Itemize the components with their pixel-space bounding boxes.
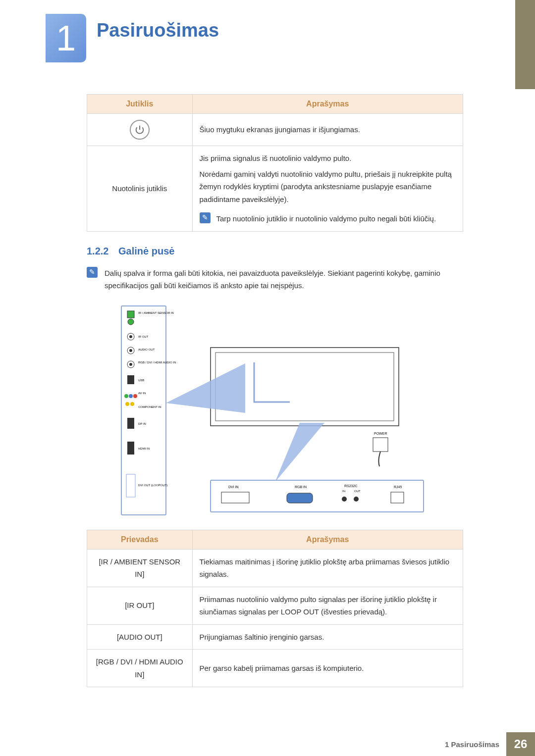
svg-rect-36	[221, 492, 249, 503]
ports-table: Prievadas Aprašymas [IR / AMBIENT SENSOR…	[87, 530, 463, 688]
svg-point-15	[124, 394, 128, 398]
svg-marker-31	[275, 423, 324, 482]
port-name: [RGB / DVI / HDMI AUDIO IN]	[87, 650, 193, 687]
svg-text:DVI IN: DVI IN	[228, 485, 239, 489]
table-row: [IR OUT] Priimamas nuotolinio valdymo pu…	[87, 587, 463, 624]
section-title: Galinė pusė	[118, 246, 174, 256]
svg-rect-44	[391, 492, 404, 503]
table1-header-left: Jutiklis	[87, 95, 193, 114]
svg-text:RGB / DVI / HDMI AUDIO IN: RGB / DVI / HDMI AUDIO IN	[138, 361, 176, 364]
svg-point-20	[130, 402, 134, 406]
table-row: [RGB / DVI / HDMI AUDIO IN] Per garso ka…	[87, 650, 463, 687]
svg-point-42	[354, 497, 359, 502]
port-desc: Tiekiamas maitinimas į išorinę jutiklio …	[192, 549, 463, 587]
svg-rect-1	[127, 311, 134, 318]
note-icon: ✎	[200, 212, 211, 223]
svg-text:AV IN: AV IN	[138, 392, 146, 395]
table2-header-left: Prievadas	[87, 530, 193, 549]
svg-rect-33	[373, 438, 388, 452]
svg-rect-22	[127, 418, 134, 429]
power-icon	[130, 120, 150, 140]
table-row: Šiuo mygtuku ekranas įjungiamas ir išjun…	[87, 114, 463, 146]
svg-text:HDMI IN: HDMI IN	[138, 447, 150, 450]
table-row: [IR / AMBIENT SENSOR IN] Tiekiamas maiti…	[87, 549, 463, 587]
footer-page-number: 26	[506, 732, 535, 756]
svg-text:IR / AMBIENT SENSOR IN: IR / AMBIENT SENSOR IN	[138, 311, 174, 314]
power-desc: Šiuo mygtuku ekranas įjungiamas ir išjun…	[192, 114, 463, 146]
svg-text:IR OUT: IR OUT	[138, 335, 149, 338]
svg-text:RS232C: RS232C	[344, 484, 357, 488]
port-desc: Priimamas nuotolinio valdymo pulto signa…	[192, 587, 463, 624]
svg-text:OUT: OUT	[354, 490, 361, 493]
note-icon: ✎	[87, 267, 98, 278]
svg-marker-30	[166, 363, 245, 413]
svg-text:DVI OUT (LOOPOUT): DVI OUT (LOOPOUT)	[138, 484, 167, 487]
svg-point-16	[129, 394, 133, 398]
svg-rect-26	[126, 474, 135, 497]
svg-point-2	[128, 319, 134, 325]
remote-desc2: Norėdami gaminį valdyti nuotolinio valdy…	[200, 168, 456, 206]
sensor-table: Jutiklis Aprašymas Šiuo mygtuku ekranas …	[87, 94, 463, 232]
rear-diagram: IR / AMBIENT SENSOR IN IR OUT AUDIO OUT …	[87, 304, 463, 517]
svg-text:DP IN: DP IN	[138, 422, 146, 425]
svg-text:RGB IN: RGB IN	[295, 485, 307, 489]
port-name: [IR OUT]	[87, 587, 193, 624]
remote-note: Tarp nuotolinio jutiklio ir nuotolinio v…	[216, 212, 436, 225]
svg-point-8	[129, 349, 132, 352]
table1-header-right: Aprašymas	[192, 95, 463, 114]
svg-rect-13	[127, 375, 134, 384]
port-name: [IR / AMBIENT SENSOR IN]	[87, 549, 193, 587]
section-number: 1.2.2	[87, 246, 108, 256]
table2-header-right: Aprašymas	[192, 530, 463, 549]
svg-text:RJ45: RJ45	[394, 485, 402, 489]
svg-point-19	[125, 402, 129, 406]
svg-text:COMPONENT IN: COMPONENT IN	[138, 405, 161, 408]
svg-point-11	[129, 363, 132, 366]
footer-text: 1 Pasiruošimas	[445, 732, 506, 756]
svg-point-5	[129, 335, 132, 338]
port-desc: Per garso kabelį priimamas garsas iš kom…	[192, 650, 463, 687]
section-heading: 1.2.2 Galinė pusė	[87, 246, 463, 257]
svg-text:USB: USB	[138, 379, 144, 382]
table-row: Nuotolinis jutiklis Jis priima signalus …	[87, 146, 463, 232]
page-footer: 1 Pasiruošimas 26	[0, 732, 535, 756]
section-note-text: Dalių spalva ir forma gali būti kitokia,…	[105, 267, 463, 292]
chapter-number: 1	[56, 18, 76, 58]
svg-point-41	[342, 497, 347, 502]
svg-text:IN: IN	[342, 490, 345, 493]
remote-desc1: Jis priima signalus iš nuotolinio valdym…	[200, 152, 456, 165]
svg-rect-24	[127, 442, 134, 454]
table-row: [AUDIO OUT] Prijungiamas šaltinio įrengi…	[87, 624, 463, 650]
port-desc: Prijungiamas šaltinio įrenginio garsas.	[192, 624, 463, 650]
port-name: [AUDIO OUT]	[87, 624, 193, 650]
svg-text:AUDIO OUT: AUDIO OUT	[138, 348, 155, 351]
decorative-band	[515, 0, 535, 89]
remote-sensor-label: Nuotolinis jutiklis	[87, 146, 193, 232]
chapter-title: Pasiruošimas	[97, 20, 219, 41]
svg-point-17	[133, 394, 137, 398]
chapter-number-block: 1	[46, 14, 86, 62]
svg-text:POWER: POWER	[374, 432, 387, 435]
